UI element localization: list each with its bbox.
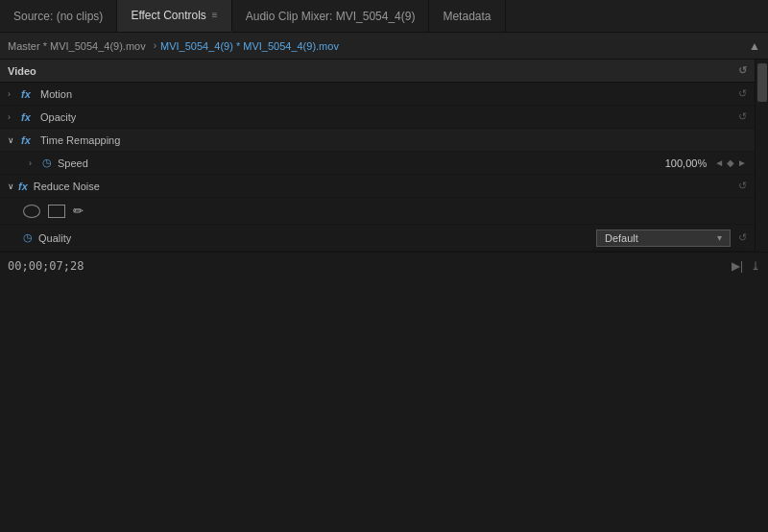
tab-menu-icon: ≡: [212, 10, 218, 20]
rectangle-mask-tool[interactable]: [48, 205, 65, 218]
quality-property-row: ◷ Quality Default ▾ ↺ ✓ Default ✓ Modera…: [0, 225, 755, 252]
time-remapping-effect-name: Time Remapping: [40, 134, 747, 146]
tab-effect-controls-label: Effect Controls: [131, 9, 205, 22]
quality-prop-name: Quality: [38, 232, 596, 244]
time-remapping-fx-badge: fx: [21, 134, 35, 146]
motion-fx-badge: fx: [21, 88, 35, 100]
nav-right-icon[interactable]: ►: [737, 157, 747, 168]
video-section-header: Video ↺: [0, 60, 755, 83]
tab-audio-clip-mixer-label: Audio Clip Mixer: MVI_5054_4(9): [246, 10, 416, 23]
opacity-effect-row[interactable]: › fx Opacity ↺: [0, 106, 755, 129]
opacity-fx-badge: fx: [21, 111, 35, 123]
time-remapping-effect-row[interactable]: ∨ fx Time Remapping: [0, 129, 755, 152]
nav-left-icon[interactable]: ◄: [714, 157, 724, 168]
tab-metadata[interactable]: Metadata: [429, 0, 505, 32]
speed-stopwatch-icon: ◷: [42, 157, 52, 169]
quality-dropdown[interactable]: Default ▾: [596, 230, 731, 247]
right-scrollbar[interactable]: [755, 60, 768, 252]
master-label: Master * MVI_5054_4(9).mov: [8, 40, 146, 52]
transport-controls: ▶| ⤓: [732, 259, 760, 273]
speed-property-row: › ◷ Speed 100,00% ◄ ◆ ►: [0, 152, 755, 175]
active-clip-name: MVI_5054_4(9) * MVI_5054_4(9).mov: [160, 40, 339, 52]
scroll-up-icon[interactable]: ▲: [749, 39, 760, 53]
motion-expand-icon: ›: [8, 89, 17, 99]
reduce-noise-reset-icon[interactable]: ↺: [738, 180, 747, 192]
quality-dropdown-chevron-icon: ▾: [717, 232, 722, 243]
tab-metadata-label: Metadata: [443, 10, 491, 23]
quality-stopwatch-icon: ◷: [23, 231, 33, 244]
opacity-reset-icon[interactable]: ↺: [738, 110, 747, 123]
opacity-expand-icon: ›: [8, 112, 17, 122]
reduce-noise-effect-name: Reduce Noise: [34, 181, 738, 192]
video-section-label: Video: [8, 65, 36, 77]
tab-effect-controls[interactable]: Effect Controls ≡: [117, 0, 231, 32]
pen-mask-tool[interactable]: ✏: [73, 204, 84, 218]
transport-play-icon[interactable]: ▶|: [732, 259, 743, 273]
tab-bar: Source: (no clips) Effect Controls ≡ Aud…: [0, 0, 768, 33]
reduce-noise-fx-badge: fx: [18, 181, 28, 192]
clip-header: Master * MVI_5054_4(9).mov › MVI_5054_4(…: [0, 33, 768, 60]
motion-reset-icon[interactable]: ↺: [738, 87, 747, 100]
reduce-noise-expand-icon: ∨: [8, 181, 14, 191]
time-remapping-expand-icon: ∨: [8, 135, 17, 145]
clip-chevron-icon: ›: [154, 40, 156, 51]
tab-source[interactable]: Source: (no clips): [0, 0, 117, 32]
main-scrollable-area: Video ↺ › fx Motion ↺ › fx Opacity ↺ ∨ f…: [0, 60, 768, 252]
reduce-noise-effect-row[interactable]: ∨ fx Reduce Noise ↺: [0, 175, 755, 198]
speed-prop-name: Speed: [58, 157, 665, 169]
main-panel: Video ↺ › fx Motion ↺ › fx Opacity ↺ ∨ f…: [0, 60, 755, 252]
shape-tools-row: ✏: [0, 198, 755, 225]
opacity-effect-name: Opacity: [40, 111, 738, 123]
scrollbar-thumb[interactable]: [757, 63, 767, 102]
nav-diamond-icon[interactable]: ◆: [727, 157, 734, 168]
tab-source-label: Source: (no clips): [13, 10, 103, 23]
speed-expand-icon: ›: [29, 158, 38, 168]
speed-nav-icons: ◄ ◆ ►: [714, 157, 747, 168]
motion-effect-row[interactable]: › fx Motion ↺: [0, 83, 755, 106]
bottom-bar: 00;00;07;28 ▶| ⤓: [0, 252, 768, 278]
quality-reset-icon[interactable]: ↺: [738, 231, 747, 244]
speed-prop-value: 100,00%: [665, 157, 707, 169]
quality-dropdown-value: Default: [605, 232, 638, 244]
video-reset-icon[interactable]: ↺: [738, 64, 747, 77]
transport-export-icon[interactable]: ⤓: [751, 259, 760, 273]
ellipse-mask-tool[interactable]: [23, 205, 40, 218]
tab-audio-clip-mixer[interactable]: Audio Clip Mixer: MVI_5054_4(9): [232, 0, 430, 32]
timecode-display: 00;00;07;28: [8, 259, 84, 273]
motion-effect-name: Motion: [40, 88, 738, 100]
